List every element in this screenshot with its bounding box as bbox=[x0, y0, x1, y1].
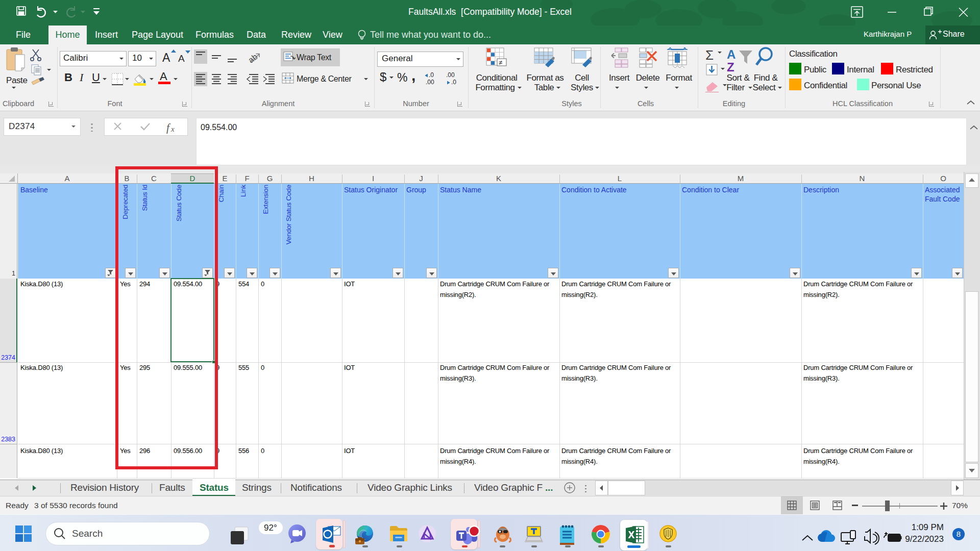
svg-text:≠: ≠ bbox=[499, 59, 502, 66]
svg-text:.0: .0 bbox=[429, 71, 434, 79]
svg-text:x: x bbox=[170, 125, 175, 133]
svg-text:f: f bbox=[166, 121, 171, 134]
svg-text:.00: .00 bbox=[446, 71, 455, 79]
svg-text:.0: .0 bbox=[451, 79, 456, 86]
svg-text:.00: .00 bbox=[426, 79, 434, 86]
